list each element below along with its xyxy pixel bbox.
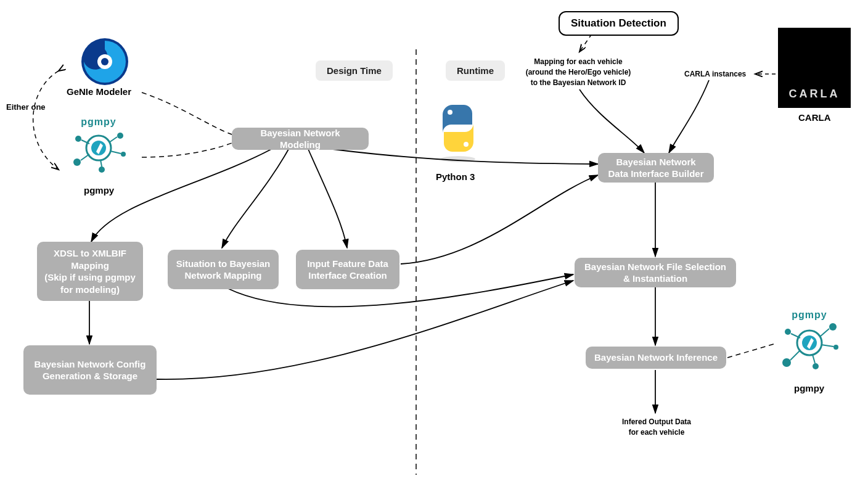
- svg-line-14: [81, 154, 89, 160]
- label-carla: CARLA: [798, 112, 831, 123]
- label-carla-instances: CARLA instances: [684, 69, 746, 80]
- node-bn-data-interface-builder: Bayesian Network Data Interface Builder: [598, 153, 714, 183]
- svg-point-18: [464, 142, 469, 147]
- carla-badge-text: CARLA: [789, 88, 840, 101]
- node-situation-to-bn-mapping: Situation to Bayesian Network Mapping: [168, 250, 279, 289]
- label-pgmpy-left: pgmpy: [84, 185, 114, 195]
- svg-line-31: [821, 345, 833, 347]
- svg-line-29: [820, 329, 829, 337]
- svg-point-10: [121, 152, 126, 157]
- label-either-one: Either one: [6, 102, 46, 113]
- svg-point-8: [117, 133, 123, 139]
- label-genie-modeler: GeNIe Modeler: [67, 86, 131, 97]
- svg-point-11: [99, 166, 105, 173]
- svg-point-27: [813, 363, 819, 369]
- node-bn-inference: Bayesian Network Inference: [586, 347, 726, 369]
- svg-line-13: [109, 137, 117, 142]
- node-bayesian-network-modeling: Bayesian Network Modeling: [232, 128, 369, 150]
- label-python3: Python 3: [436, 171, 475, 182]
- node-bn-file-selection: Bayesian Network File Selection & Instan…: [575, 258, 736, 287]
- node-input-feature-data-interface: Input Feature Data Interface Creation: [296, 250, 399, 289]
- node-xdsl-mapping: XDSL to XMLBIF Mapping (Skip if using pg…: [37, 242, 143, 301]
- label-infered-output: Infered Output Data for each vehicle: [607, 417, 706, 438]
- node-situation-detection: Situation Detection: [559, 11, 679, 36]
- svg-text:pgmpy: pgmpy: [81, 117, 116, 127]
- svg-point-17: [448, 110, 452, 115]
- svg-line-30: [790, 350, 800, 360]
- label-pgmpy-right: pgmpy: [794, 383, 824, 393]
- label-mapping-vehicle: Mapping for each vehicle (around the Her…: [510, 57, 646, 88]
- phase-runtime: Runtime: [446, 60, 505, 81]
- svg-point-9: [73, 158, 81, 166]
- phase-design-time: Design Time: [316, 60, 393, 81]
- svg-point-7: [75, 136, 81, 142]
- svg-point-3: [101, 58, 108, 65]
- carla-badge: CARLA: [778, 28, 851, 108]
- svg-line-32: [813, 355, 815, 363]
- svg-text:pgmpy: pgmpy: [792, 310, 827, 320]
- svg-line-15: [110, 151, 121, 154]
- svg-point-25: [782, 358, 791, 367]
- svg-point-19: [441, 156, 475, 162]
- svg-point-24: [829, 323, 837, 331]
- svg-point-26: [833, 345, 838, 350]
- svg-point-23: [785, 329, 791, 335]
- node-bn-config-gen-storage: Bayesian Network Config Generation & Sto…: [23, 345, 157, 395]
